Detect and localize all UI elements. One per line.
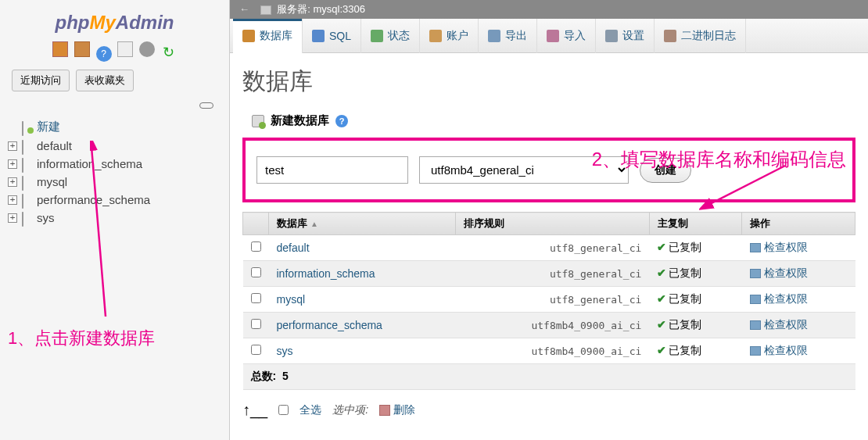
main-area: ← 服务器: mysql:3306 数据库 SQL 状态 账户 导出 导入 设置… <box>230 0 868 440</box>
row-checkbox[interactable] <box>251 319 261 329</box>
sidebar: phpMyAdmin ? ↻ 近期访问 表收藏夹 新建 + default + … <box>0 0 230 440</box>
table-row: information_schemautf8_general_ci✔已复制检查权… <box>243 261 855 287</box>
select-all-row: ↑__ 全选 选中项: 删除 <box>242 401 855 419</box>
table-row: sysutf8mb4_0900_ai_ci✔已复制检查权限 <box>243 338 855 364</box>
db-name-link[interactable]: information_schema <box>277 267 375 280</box>
db-icon <box>22 195 32 205</box>
check-privileges-link[interactable]: 检查权限 <box>764 318 808 331</box>
privileges-icon <box>750 295 761 304</box>
row-checkbox[interactable] <box>251 267 261 277</box>
select-all-link[interactable]: 全选 <box>299 403 321 417</box>
menu-accounts[interactable]: 账户 <box>420 19 479 53</box>
menubar: 数据库 SQL 状态 账户 导出 导入 设置 二进制日志 <box>230 19 868 53</box>
tree-item-default[interactable]: + default <box>4 137 225 155</box>
tree-item-sys[interactable]: + sys <box>4 209 225 227</box>
expand-icon[interactable]: + <box>8 195 17 205</box>
db-name-link[interactable]: mysql <box>277 293 306 306</box>
svg-line-1 <box>91 147 106 317</box>
settings-icon[interactable] <box>139 41 155 57</box>
page-title: 数据库 <box>242 66 855 98</box>
expand-icon[interactable]: + <box>8 177 17 187</box>
info-icon[interactable]: ? <box>335 115 348 127</box>
menu-sql[interactable]: SQL <box>303 19 361 53</box>
check-icon: ✔ <box>657 241 666 253</box>
tree-new-db[interactable]: 新建 <box>4 117 225 137</box>
menu-binlog[interactable]: 二进制日志 <box>655 19 746 53</box>
link-icon[interactable] <box>199 102 213 109</box>
check-privileges-link[interactable]: 检查权限 <box>764 241 808 253</box>
header-collation[interactable]: 排序规则 <box>456 213 650 235</box>
annotation-arrow-1 <box>90 141 113 320</box>
home-icon[interactable] <box>52 41 68 57</box>
header-action: 操作 <box>742 213 855 235</box>
menu-export[interactable]: 导出 <box>479 19 537 53</box>
header-database[interactable]: 数据库▲ <box>269 213 456 235</box>
check-icon: ✔ <box>657 318 666 331</box>
gear-icon <box>605 30 618 42</box>
db-name-link[interactable]: performance_schema <box>277 319 382 331</box>
sort-asc-icon: ▲ <box>310 220 318 228</box>
table-row: performance_schemautf8mb4_0900_ai_ci✔已复制… <box>243 313 855 338</box>
delete-action[interactable]: 删除 <box>379 403 415 417</box>
check-icon: ✔ <box>657 292 666 305</box>
sidebar-toolbar: ? ↻ <box>0 41 229 62</box>
docs-icon[interactable]: ? <box>96 46 112 62</box>
check-icon: ✔ <box>657 267 666 279</box>
db-name-link[interactable]: sys <box>277 345 293 357</box>
check-privileges-link[interactable]: 检查权限 <box>764 344 808 356</box>
nav-left-icon[interactable]: ← <box>239 0 249 19</box>
tree-item-information-schema[interactable]: + information_schema <box>4 155 225 173</box>
refresh-icon[interactable]: ↻ <box>161 45 177 60</box>
menu-settings[interactable]: 设置 <box>596 19 655 53</box>
tree-item-performance-schema[interactable]: + performance_schema <box>4 191 225 209</box>
db-name-link[interactable]: default <box>277 241 310 254</box>
collation-value: utf8mb4_0900_ai_ci <box>531 320 641 331</box>
check-privileges-link[interactable]: 检查权限 <box>764 267 808 279</box>
check-icon: ✔ <box>657 344 666 356</box>
annotation-step-1: 1、点击新建数据库 <box>8 327 155 350</box>
export-icon <box>488 30 500 42</box>
tab-favorites[interactable]: 表收藏夹 <box>76 70 134 91</box>
create-db-icon <box>252 115 264 127</box>
row-checkbox[interactable] <box>251 345 261 355</box>
logo-admin: Admin <box>116 12 174 33</box>
menu-import[interactable]: 导入 <box>537 19 596 53</box>
table-row: mysqlutf8_general_ci✔已复制检查权限 <box>243 287 855 313</box>
sql-icon[interactable] <box>117 41 133 57</box>
tree-new-label: 新建 <box>37 120 60 134</box>
tree-item-mysql[interactable]: + mysql <box>4 173 225 191</box>
row-checkbox[interactable] <box>251 241 261 252</box>
accounts-icon <box>429 30 442 42</box>
total-row: 总数: 5 <box>243 364 855 390</box>
check-privileges-link[interactable]: 检查权限 <box>764 292 808 305</box>
db-icon <box>22 177 32 187</box>
status-icon <box>371 30 383 42</box>
collation-value: utf8_general_ci <box>550 268 641 280</box>
logo[interactable]: phpMyAdmin <box>0 12 229 34</box>
create-db-title: 新建数据库 <box>271 113 329 128</box>
server-icon <box>260 5 271 15</box>
row-checkbox[interactable] <box>251 293 261 303</box>
with-selected-label: 选中项: <box>332 403 368 417</box>
sidebar-tabs: 近期访问 表收藏夹 <box>12 70 217 91</box>
privileges-icon <box>750 269 761 278</box>
privileges-icon <box>750 320 761 330</box>
select-all-checkbox[interactable] <box>278 405 289 415</box>
replicated-label: 已复制 <box>669 344 701 356</box>
menu-status[interactable]: 状态 <box>361 19 420 53</box>
collation-value: utf8mb4_0900_ai_ci <box>531 345 641 357</box>
svg-line-0 <box>708 166 785 205</box>
expand-icon[interactable]: + <box>8 159 17 169</box>
header-checkbox <box>243 213 269 235</box>
sql-icon <box>312 30 325 42</box>
expand-icon[interactable]: + <box>8 141 17 151</box>
logout-icon[interactable] <box>74 41 90 57</box>
db-name-input[interactable] <box>256 156 408 184</box>
menu-databases[interactable]: 数据库 <box>233 19 303 53</box>
import-icon <box>547 30 559 42</box>
tab-recent[interactable]: 近期访问 <box>12 70 70 91</box>
expand-icon[interactable]: + <box>8 213 17 223</box>
db-icon <box>22 213 32 223</box>
server-label[interactable]: 服务器: mysql:3306 <box>277 3 365 15</box>
collation-value: utf8_general_ci <box>550 242 641 254</box>
